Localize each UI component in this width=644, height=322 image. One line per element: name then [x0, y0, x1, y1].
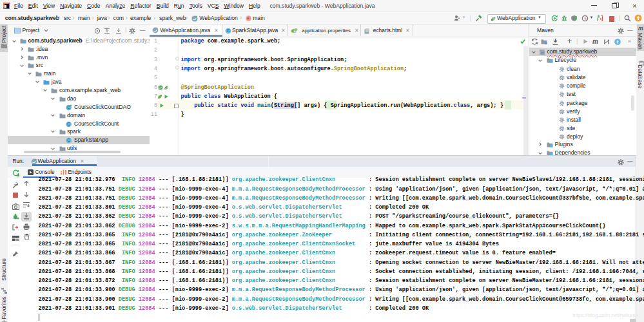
svg-text:C: C [67, 138, 70, 142]
svg-text:C: C [67, 105, 70, 109]
svg-text:m: m [541, 51, 544, 55]
svg-text:C: C [67, 122, 70, 126]
svg-text:C: C [226, 28, 229, 33]
